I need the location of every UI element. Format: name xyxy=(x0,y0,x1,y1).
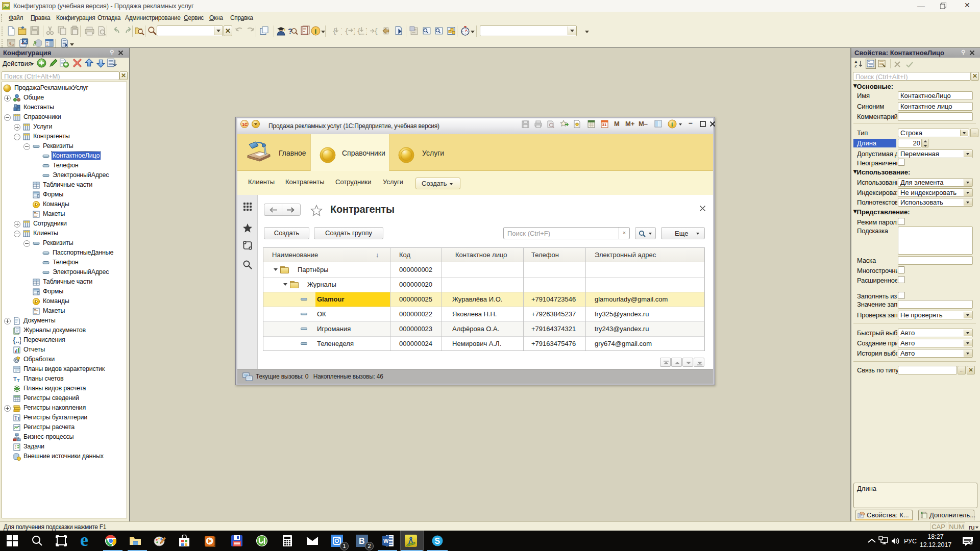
svg-text:W: W xyxy=(383,538,389,544)
svg-text:Z: Z xyxy=(854,64,857,68)
svg-text:{ }: { } xyxy=(345,27,355,35)
svg-text:B: B xyxy=(359,537,365,545)
svg-text:i: i xyxy=(671,121,673,128)
svg-text:S: S xyxy=(435,537,440,545)
svg-text:{..}: {..} xyxy=(13,336,21,344)
svg-text:1С: 1С xyxy=(242,122,248,127)
svg-text:31: 31 xyxy=(602,122,607,127)
svg-text:T: T xyxy=(17,378,20,383)
svg-text:i: i xyxy=(314,28,316,35)
svg-text:Тт: Тт xyxy=(14,415,20,421)
svg-text:T: T xyxy=(13,376,17,382)
svg-text:{ }: { } xyxy=(374,27,380,35)
